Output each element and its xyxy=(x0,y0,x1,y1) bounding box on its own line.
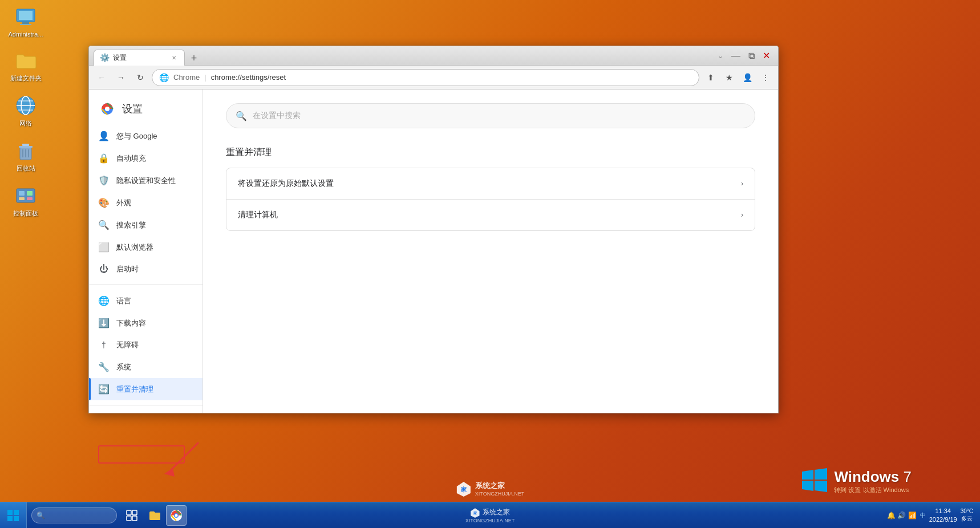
sidebar-label-language: 语言 xyxy=(116,296,131,306)
minimize-button[interactable]: — xyxy=(728,50,744,62)
sidebar-label-privacy: 隐私设置和安全性 xyxy=(116,176,176,186)
tab-close-button[interactable]: ✕ xyxy=(169,54,179,62)
sidebar-item-language[interactable]: 🌐 语言 xyxy=(89,290,203,312)
settings-search-bar[interactable]: 🔍 在设置中搜索 xyxy=(226,103,755,128)
new-folder-icon[interactable]: 新建文件夹 xyxy=(6,49,46,83)
windows-logo xyxy=(800,466,828,494)
privacy-icon: 🛡️ xyxy=(98,175,110,186)
sidebar-item-system[interactable]: 🔧 系统 xyxy=(89,356,203,378)
settings-tab[interactable]: ⚙️ 设置 ✕ xyxy=(94,50,185,66)
sidebar-label-system: 系统 xyxy=(116,362,131,372)
taskbar-taskview[interactable] xyxy=(122,505,142,526)
cast-button[interactable]: ⬆ xyxy=(703,70,719,86)
desktop-icon-area: Administra... 新建文件夹 网络 xyxy=(6,6,46,218)
tab-title: 设置 xyxy=(113,53,127,63)
nav-actions: ⬆ ★ 👤 ⋮ xyxy=(703,70,774,86)
site-name: Chrome xyxy=(173,73,200,82)
control-panel-icon[interactable]: 控制面板 xyxy=(6,184,46,218)
settings-card: 将设置还原为原始默认设置 › 清理计算机 › xyxy=(226,168,755,231)
win7-text: Windows 7 xyxy=(834,468,912,486)
sidebar-nav: 👤 您与 Google 🔒 自动填充 🛡️ 隐私设置和安全性 🎨 外观 xyxy=(89,125,203,413)
temperature: 30°C xyxy=(961,508,973,514)
downloads-icon: ⬇️ xyxy=(98,318,110,328)
reset-icon: 🔄 xyxy=(98,384,110,395)
svg-rect-2 xyxy=(22,22,29,24)
svg-rect-31 xyxy=(127,510,131,515)
taskbar-search-icon: 🔍 xyxy=(37,511,45,519)
watermark: 家 系统之家 XITONGZHUJIA.NET xyxy=(456,481,524,497)
sidebar-item-autofill[interactable]: 🔒 自动填充 xyxy=(89,147,203,169)
bookmark-button[interactable]: ★ xyxy=(721,70,737,86)
svg-rect-11 xyxy=(22,144,29,146)
default-browser-icon: ⬜ xyxy=(98,242,110,253)
svg-rect-1 xyxy=(19,11,33,20)
clean-computer-arrow: › xyxy=(741,211,743,219)
start-button[interactable] xyxy=(0,502,27,528)
my-computer-icon[interactable]: Administra... xyxy=(6,6,46,38)
recycle-bin-icon[interactable]: 回收站 xyxy=(6,139,46,173)
time-display: 11:34 xyxy=(935,507,951,515)
tab-area: ⚙️ 设置 ✕ + xyxy=(94,46,714,66)
sidebar-item-downloads[interactable]: ⬇️ 下载内容 xyxy=(89,312,203,334)
svg-text:家: 家 xyxy=(461,486,467,493)
accessibility-icon: † xyxy=(98,340,110,350)
sidebar-item-google[interactable]: 👤 您与 Google xyxy=(89,125,203,147)
sidebar-title: 设置 xyxy=(122,102,143,116)
sidebar-item-extensions[interactable]: 🧩 扩展程序 ↗ xyxy=(89,410,203,413)
address-bar[interactable]: 🌐 Chrome | chrome://settings/reset xyxy=(152,69,699,86)
svg-rect-15 xyxy=(17,189,35,202)
svg-rect-29 xyxy=(7,516,13,521)
sidebar-label-autofill: 自动填充 xyxy=(116,153,146,164)
red-arrow-annotation xyxy=(153,437,210,482)
taskbar-explorer[interactable] xyxy=(144,505,165,526)
restore-defaults-item[interactable]: 将设置还原为原始默认设置 › xyxy=(226,168,755,200)
clean-computer-item[interactable]: 清理计算机 › xyxy=(226,200,755,230)
svg-rect-30 xyxy=(14,516,19,521)
svg-point-37 xyxy=(175,514,178,517)
taskbar-chrome[interactable] xyxy=(166,505,187,526)
sidebar-item-startup[interactable]: ⏻ 启动时 xyxy=(89,258,203,280)
chrome-taskbar-icon xyxy=(170,509,183,522)
browser-window: ⚙️ 设置 ✕ + ⌄ — ⧉ ✕ ← → ↻ 🌐 Chrome | xyxy=(88,46,779,413)
sidebar-label-downloads: 下载内容 xyxy=(116,318,146,328)
forward-button[interactable]: → xyxy=(113,70,129,86)
svg-point-22 xyxy=(105,107,110,111)
sidebar-item-default-browser[interactable]: ⬜ 默认浏览器 xyxy=(89,236,203,258)
restore-defaults-arrow: › xyxy=(741,180,743,188)
svg-rect-34 xyxy=(132,516,137,521)
sidebar-item-accessibility[interactable]: † 无障碍 xyxy=(89,334,203,356)
sidebar-item-privacy[interactable]: 🛡️ 隐私设置和安全性 xyxy=(89,169,203,192)
watermark-icon: 家 xyxy=(456,481,472,497)
tab-strip-scroll[interactable]: ⌄ xyxy=(714,50,727,62)
svg-rect-16 xyxy=(19,191,25,196)
language-icon: 🌐 xyxy=(98,295,110,306)
close-button[interactable]: ✕ xyxy=(759,49,774,62)
taskbar-search-box[interactable]: 🔍 xyxy=(31,507,117,523)
svg-rect-32 xyxy=(132,510,137,515)
clock: 11:34 2022/9/19 xyxy=(929,507,957,523)
sidebar-label-appearance: 外观 xyxy=(116,198,131,208)
svg-rect-17 xyxy=(27,191,33,196)
back-button[interactable]: ← xyxy=(94,70,110,86)
sidebar-header: 设置 xyxy=(89,90,203,125)
menu-button[interactable]: ⋮ xyxy=(758,70,774,86)
search-placeholder-text: 在设置中搜索 xyxy=(253,111,301,121)
tab-favicon: ⚙️ xyxy=(100,53,110,62)
sidebar-item-search[interactable]: 🔍 搜索引擎 xyxy=(89,214,203,236)
language-indicator[interactable]: 中 xyxy=(920,511,926,519)
watermark-site-name: 系统之家 xyxy=(475,481,524,491)
taskbar-logo-icon: 家 xyxy=(470,507,480,518)
restore-button[interactable]: ⧉ xyxy=(745,50,758,62)
sidebar-item-appearance[interactable]: 🎨 外观 xyxy=(89,192,203,214)
profile-button[interactable]: 👤 xyxy=(739,70,755,86)
taskbar-center-logo: 家 系统之家 XITONGZHUJIA.NET xyxy=(465,507,515,523)
appearance-icon: 🎨 xyxy=(98,197,110,208)
svg-rect-33 xyxy=(127,516,131,521)
svg-rect-28 xyxy=(14,510,19,515)
new-tab-button[interactable]: + xyxy=(186,52,202,66)
network-icon[interactable]: 网络 xyxy=(6,94,46,128)
refresh-button[interactable]: ↻ xyxy=(132,70,148,86)
sidebar-item-reset[interactable]: 🔄 重置并清理 xyxy=(89,378,203,400)
title-bar: ⚙️ 设置 ✕ + ⌄ — ⧉ ✕ xyxy=(89,46,778,66)
chrome-logo-icon xyxy=(98,100,116,118)
